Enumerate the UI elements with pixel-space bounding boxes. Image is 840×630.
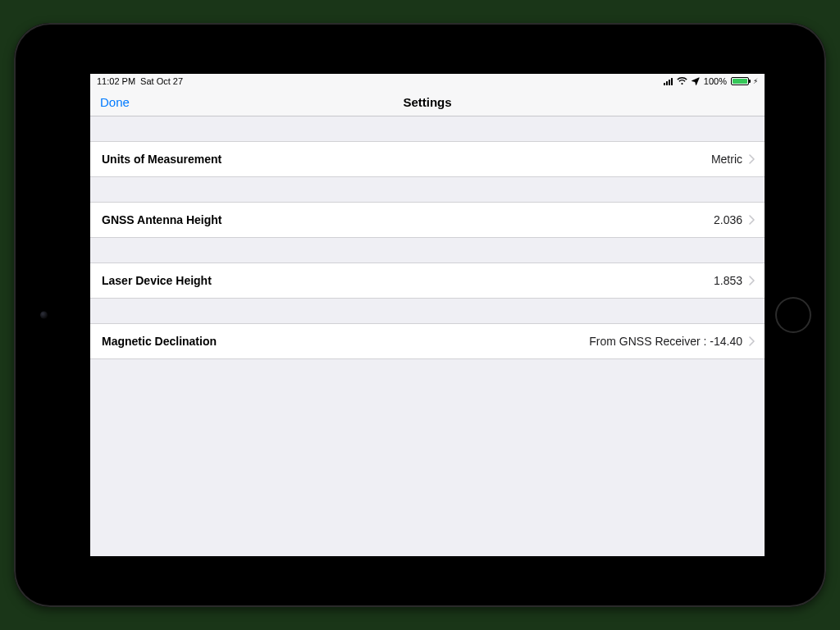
charging-icon: ⚡︎ [753, 77, 758, 85]
location-icon [692, 77, 700, 85]
nav-bar: Done Settings [90, 89, 765, 116]
chevron-right-icon [749, 276, 755, 285]
row-value: Metric [711, 153, 742, 166]
row-value: 2.036 [714, 213, 742, 226]
settings-list: Units of Measurement Metric GNSS Antenna… [90, 116, 765, 359]
wifi-icon [677, 77, 687, 85]
row-laser-device-height[interactable]: Laser Device Height 1.853 [90, 262, 765, 299]
chevron-right-icon [749, 215, 755, 225]
row-label: Magnetic Declination [102, 335, 217, 348]
status-date: Sat Oct 27 [140, 76, 183, 86]
status-left: 11:02 PM Sat Oct 27 [97, 76, 183, 86]
done-button[interactable]: Done [100, 89, 130, 116]
chevron-right-icon [749, 336, 755, 346]
row-units-of-measurement[interactable]: Units of Measurement Metric [90, 141, 765, 177]
done-label: Done [100, 95, 130, 109]
row-label: Laser Device Height [102, 274, 212, 287]
row-value: 1.853 [714, 274, 742, 287]
page-title: Settings [403, 95, 451, 109]
status-time: 11:02 PM [97, 76, 135, 86]
chevron-right-icon [749, 154, 755, 164]
status-bar: 11:02 PM Sat Oct 27 100% [90, 74, 765, 89]
front-camera [40, 312, 48, 319]
status-right: 100% ⚡︎ [664, 76, 758, 86]
battery-percent: 100% [704, 76, 727, 86]
battery-icon [731, 77, 749, 85]
row-label: GNSS Antenna Height [102, 213, 222, 226]
row-label: Units of Measurement [102, 153, 221, 166]
cellular-icon [664, 78, 673, 85]
ipad-frame: 11:02 PM Sat Oct 27 100% [14, 23, 826, 607]
row-value: From GNSS Receiver : -14.40 [589, 335, 742, 348]
screen: 11:02 PM Sat Oct 27 100% [90, 74, 765, 556]
row-gnss-antenna-height[interactable]: GNSS Antenna Height 2.036 [90, 202, 765, 238]
row-magnetic-declination[interactable]: Magnetic Declination From GNSS Receiver … [90, 323, 765, 359]
home-button[interactable] [775, 297, 811, 333]
